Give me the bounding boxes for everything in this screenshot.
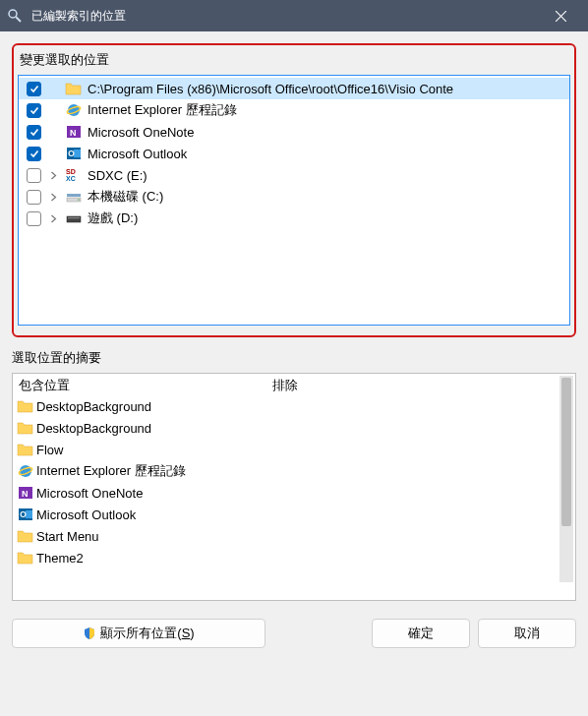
summary-row[interactable]: Flow <box>13 439 266 460</box>
expand-toggle[interactable] <box>46 214 60 223</box>
location-checkbox[interactable] <box>27 168 41 183</box>
tree-row[interactable]: 本機磁碟 (C:) <box>19 186 569 208</box>
change-locations-group: 變更選取的位置 C:\Program Files (x86)\Microsoft… <box>12 43 576 337</box>
svg-rect-18 <box>68 217 80 218</box>
tree-item-label: C:\Program Files (x86)\Microsoft Office\… <box>88 82 453 96</box>
outlook-icon <box>17 506 34 523</box>
tree-item-label: 本機磁碟 (C:) <box>88 188 163 206</box>
locations-tree[interactable]: C:\Program Files (x86)\Microsoft Office\… <box>18 75 570 326</box>
location-checkbox[interactable] <box>27 125 41 140</box>
expand-toggle[interactable] <box>46 171 60 180</box>
tree-row[interactable]: 遊戲 (D:) <box>19 208 569 229</box>
folder-icon <box>17 549 34 567</box>
ie-icon <box>65 101 83 119</box>
tree-row[interactable]: Internet Explorer 歷程記錄 <box>19 99 569 121</box>
svg-rect-17 <box>67 216 81 222</box>
tree-item-label: SDXC (E:) <box>88 168 147 183</box>
chevron-right-icon <box>49 214 58 223</box>
summary-row[interactable]: DesktopBackground <box>13 417 266 439</box>
summary-item-label: DesktopBackground <box>36 399 151 414</box>
svg-rect-9 <box>74 149 81 157</box>
column-excluded[interactable]: 排除 <box>266 374 575 395</box>
outlook-icon <box>65 145 83 162</box>
summary-group: 選取位置的摘要 包含位置 排除 DesktopBackgroundDesktop… <box>12 349 576 601</box>
folder-icon <box>17 419 34 437</box>
chevron-right-icon <box>49 193 58 202</box>
close-button[interactable] <box>541 0 580 31</box>
svg-text:XC: XC <box>66 175 76 182</box>
show-all-locations-button[interactable]: 顯示所有位置(S) <box>12 619 265 648</box>
show-all-label: 顯示所有位置(S) <box>100 625 194 642</box>
tree-item-label: Microsoft Outlook <box>88 147 187 161</box>
summary-item-label: Theme2 <box>36 551 84 566</box>
tree-row[interactable]: C:\Program Files (x86)\Microsoft Office\… <box>19 78 569 99</box>
svg-line-1 <box>16 17 21 22</box>
svg-rect-14 <box>67 194 81 197</box>
summary-item-label: Microsoft OneNote <box>36 486 143 501</box>
svg-rect-24 <box>26 510 32 518</box>
summary-row[interactable]: Internet Explorer 歷程記錄 <box>13 460 266 482</box>
vertical-scrollbar[interactable] <box>559 376 573 582</box>
tree-item-label: Microsoft OneNote <box>88 125 194 140</box>
summary-row[interactable]: NMicrosoft OneNote <box>13 482 266 504</box>
svg-text:N: N <box>70 128 77 138</box>
svg-text:SD: SD <box>66 168 76 175</box>
tree-row[interactable]: NMicrosoft OneNote <box>19 121 569 143</box>
tree-item-label: Internet Explorer 歷程記錄 <box>88 101 237 119</box>
svg-text:N: N <box>22 489 29 499</box>
dialog-buttons: 顯示所有位置(S) 確定 取消 <box>12 613 576 650</box>
svg-point-26 <box>22 512 26 516</box>
svg-point-16 <box>78 199 80 201</box>
summary-row[interactable]: Microsoft Outlook <box>13 504 266 525</box>
drive-icon <box>65 188 83 206</box>
folder-icon <box>65 80 83 97</box>
svg-point-0 <box>9 10 17 18</box>
summary-label: 選取位置的摘要 <box>12 349 576 373</box>
summary-row[interactable]: Start Menu <box>13 525 266 547</box>
location-checkbox[interactable] <box>27 103 41 118</box>
cancel-button[interactable]: 取消 <box>478 619 576 648</box>
drive2-icon <box>65 209 83 227</box>
tree-row[interactable]: SDXCSDXC (E:) <box>19 164 569 186</box>
sdxc-icon: SDXC <box>65 166 83 184</box>
ie-icon <box>17 462 34 480</box>
column-included[interactable]: 包含位置 <box>13 374 266 395</box>
app-icon <box>8 8 24 24</box>
summary-item-label: Microsoft Outlook <box>36 507 136 522</box>
onenote-icon: N <box>65 123 83 141</box>
tree-item-label: 遊戲 (D:) <box>88 209 138 227</box>
chevron-right-icon <box>49 171 58 180</box>
location-checkbox[interactable] <box>27 147 41 161</box>
summary-body[interactable]: DesktopBackgroundDesktopBackgroundFlowIn… <box>13 395 575 600</box>
folder-icon <box>17 441 34 458</box>
ok-button[interactable]: 確定 <box>372 619 470 648</box>
folder-icon <box>17 527 34 545</box>
svg-point-11 <box>70 151 74 155</box>
indexed-locations-dialog: 已編製索引的位置 變更選取的位置 C:\Program Files (x86)\… <box>0 0 588 716</box>
tree-row[interactable]: Microsoft Outlook <box>19 143 569 164</box>
shield-icon <box>83 626 96 640</box>
summary-header: 包含位置 排除 <box>13 374 575 395</box>
scrollbar-thumb[interactable] <box>561 378 571 526</box>
summary-item-label: Internet Explorer 歷程記錄 <box>36 462 186 480</box>
summary-item-label: Start Menu <box>36 529 99 544</box>
summary-row[interactable]: Theme2 <box>13 547 266 568</box>
expand-toggle[interactable] <box>46 193 60 202</box>
onenote-icon: N <box>17 484 34 502</box>
location-checkbox[interactable] <box>27 82 41 96</box>
summary-item-label: Flow <box>36 443 63 457</box>
summary-item-label: DesktopBackground <box>36 421 151 436</box>
folder-icon <box>17 397 34 415</box>
change-locations-label: 變更選取的位置 <box>18 49 570 75</box>
summary-row[interactable]: DesktopBackground <box>13 395 266 417</box>
titlebar: 已編製索引的位置 <box>0 0 588 31</box>
location-checkbox[interactable] <box>27 190 41 205</box>
window-title: 已編製索引的位置 <box>31 8 541 25</box>
location-checkbox[interactable] <box>27 211 41 226</box>
summary-list-box: 包含位置 排除 DesktopBackgroundDesktopBackgrou… <box>12 373 576 601</box>
